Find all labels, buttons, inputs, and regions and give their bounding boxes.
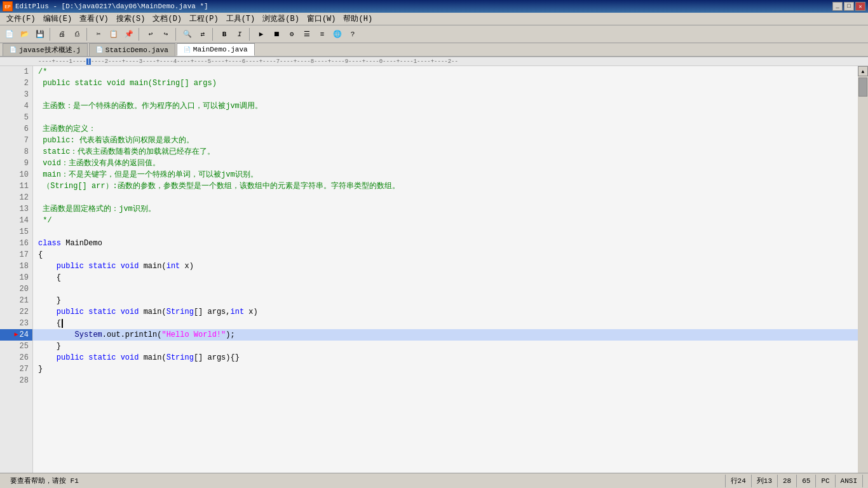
- menu-window[interactable]: 窗口(W): [303, 12, 340, 25]
- code-text-7: public: 代表着该函数访问权限是最大的。: [38, 135, 194, 146]
- tab-label-maindemo: MainDemo.java: [193, 46, 248, 53]
- toolbar-sep-5: [212, 28, 215, 41]
- menu-tools[interactable]: 工具(T): [222, 12, 259, 25]
- tab-staticdemo[interactable]: 📄 StaticDemo.java: [89, 43, 175, 56]
- tab-label-staticdemo: StaticDemo.java: [105, 46, 168, 54]
- code-text-26b: [] args){}: [194, 352, 240, 363]
- linenum-17: 17: [0, 249, 32, 261]
- print2-button[interactable]: ⎙: [70, 27, 84, 41]
- italic-button[interactable]: I: [233, 27, 247, 41]
- menu-project[interactable]: 工程(P): [186, 12, 222, 25]
- code-kw-22a: public: [57, 306, 88, 318]
- menu-search[interactable]: 搜索(S): [112, 12, 149, 25]
- code-text-1: /*: [38, 66, 47, 78]
- code-text-27: }: [38, 363, 43, 375]
- bold-button[interactable]: B: [217, 27, 231, 41]
- code-str-24: "Hello World!": [161, 329, 226, 341]
- code-editor[interactable]: /* public static void main(String[] args…: [33, 66, 858, 473]
- print-button[interactable]: 🖨: [55, 27, 69, 41]
- code-sys-24: System: [75, 329, 102, 341]
- toolbar-sep-4: [175, 28, 178, 41]
- code-kw-26a: public: [57, 352, 88, 363]
- code-indent-18: [38, 261, 57, 272]
- code-text-6: 主函数的定义：: [38, 123, 96, 135]
- code-text-19: {: [38, 272, 61, 283]
- code-line-14: */: [33, 215, 858, 226]
- code-line-15: [33, 226, 858, 238]
- code-indent-26: [38, 352, 57, 363]
- code-line-18: public static void main(int x): [33, 261, 858, 272]
- linenum-21: 21: [0, 295, 32, 306]
- config-button[interactable]: ⚙: [285, 27, 299, 41]
- toolbar-sep-6: [249, 28, 252, 41]
- help2-button[interactable]: ?: [346, 27, 360, 41]
- line-button[interactable]: ≡: [315, 27, 329, 41]
- code-line-24: System.out.println("Hello World!");: [33, 329, 858, 341]
- menu-help[interactable]: 帮助(H): [339, 12, 376, 25]
- menu-edit[interactable]: 编辑(E): [39, 12, 76, 25]
- menu-view[interactable]: 查看(V): [76, 12, 112, 25]
- code-text-24a: .out.println(: [102, 329, 162, 341]
- find-button[interactable]: 🔍: [180, 27, 194, 41]
- run-button[interactable]: ▶: [254, 27, 268, 41]
- code-line-20: [33, 283, 858, 295]
- code-text-9: void：主函数没有具体的返回值。: [38, 158, 160, 169]
- scroll-thumb[interactable]: [858, 78, 867, 97]
- code-text-10: main：不是关键字，但是是一个特殊的单词，可以被jvm识别。: [38, 169, 258, 180]
- stop-button[interactable]: ⏹: [269, 27, 283, 41]
- code-text-22c: x): [244, 306, 258, 318]
- linenum-27: 27: [0, 363, 32, 375]
- minimize-button[interactable]: _: [832, 2, 843, 11]
- status-col2-val: 28: [783, 477, 791, 485]
- status-num: 65: [797, 475, 816, 487]
- menu-doc[interactable]: 文档(D): [149, 12, 186, 25]
- code-line-25: }: [33, 341, 858, 352]
- replace-button[interactable]: ⇄: [196, 27, 210, 41]
- vertical-scrollbar[interactable]: ▲: [858, 66, 868, 473]
- tab-label-javase: javase技术概述.j: [19, 45, 81, 55]
- code-line-6: 主函数的定义：: [33, 123, 858, 135]
- status-row: 行 24: [726, 475, 752, 487]
- tab-maindemo[interactable]: 📄 MainDemo.java: [177, 43, 255, 56]
- close-button[interactable]: ✕: [855, 2, 865, 11]
- save-button[interactable]: 💾: [33, 27, 47, 41]
- scroll-up-button[interactable]: ▲: [858, 66, 868, 76]
- code-kw-18d: int: [166, 261, 180, 272]
- linenum-18: 18: [0, 261, 32, 272]
- linenum-4: 4: [0, 100, 32, 112]
- code-text-26a: main(: [144, 352, 166, 363]
- code-line-23: {: [33, 318, 858, 329]
- col-button[interactable]: ☰: [300, 27, 314, 41]
- open-button[interactable]: 📂: [18, 27, 32, 41]
- code-text-24b: );: [226, 329, 234, 341]
- linenum-3: 3: [0, 89, 32, 100]
- cut-button[interactable]: ✂: [92, 27, 105, 41]
- code-text-2: public static void main(String[] args): [38, 78, 217, 89]
- code-text-18b: x): [180, 261, 194, 272]
- status-help: 要查看帮助，请按 F1: [5, 475, 726, 487]
- code-text-13: 主函数是固定格式的：jvm识别。: [38, 203, 156, 215]
- status-row-label: 行: [731, 476, 738, 485]
- menu-browser[interactable]: 浏览器(B): [259, 12, 303, 25]
- line-numbers: 1 2 3 4 5 6 7 8 9 10 11 12 13 14 15 16 1…: [0, 66, 33, 473]
- new-button[interactable]: 📄: [3, 27, 17, 41]
- redo-button[interactable]: ↪: [159, 27, 173, 41]
- linenum-28: 28: [0, 375, 32, 386]
- menu-file[interactable]: 文件(F): [3, 12, 39, 25]
- code-line-7: public: 代表着该函数访问权限是最大的。: [33, 135, 858, 146]
- browser-button[interactable]: 🌐: [330, 27, 344, 41]
- code-line-21: }: [33, 295, 858, 306]
- copy-button[interactable]: 📋: [107, 27, 121, 41]
- linenum-10: 10: [0, 169, 32, 180]
- undo-button[interactable]: ↩: [144, 27, 158, 41]
- tab-javase[interactable]: 📄 javase技术概述.j: [3, 43, 88, 56]
- window-controls[interactable]: _ □ ✕: [832, 2, 865, 11]
- code-kw-22c: void: [121, 306, 144, 318]
- maximize-button[interactable]: □: [844, 2, 854, 11]
- title-bar: EP EditPlus - [D:\java0217\day06\MainDem…: [0, 0, 868, 13]
- code-kw-18b: static: [88, 261, 120, 272]
- ruler: ----+----1----|----2----+----3----+----4…: [0, 57, 868, 66]
- linenum-23: 23: [0, 318, 32, 329]
- paste-button[interactable]: 📌: [122, 27, 136, 41]
- code-kw-18c: void: [121, 261, 144, 272]
